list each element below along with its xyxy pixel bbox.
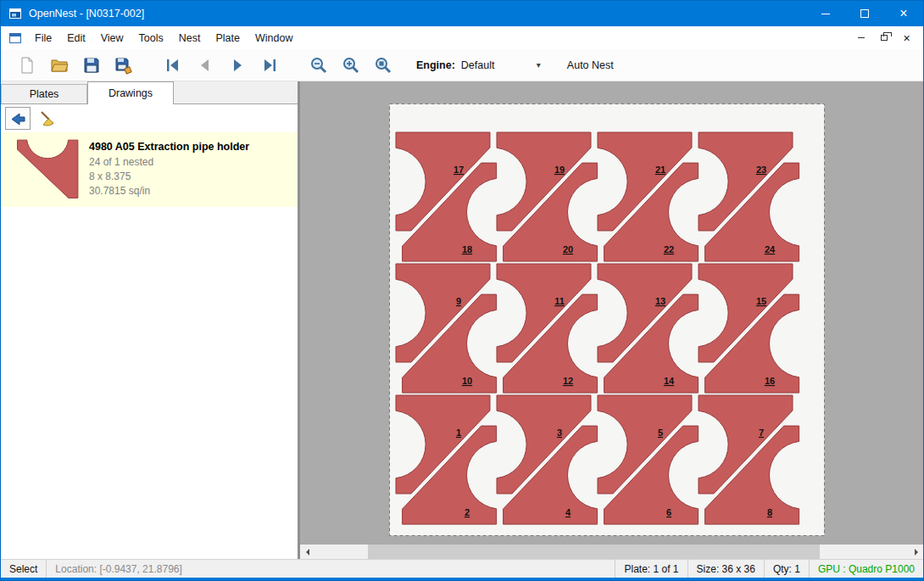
part-number-label: 7 [759, 427, 764, 438]
engine-label: Engine: [416, 59, 455, 71]
clean-button[interactable] [35, 107, 60, 130]
save-icon [82, 56, 101, 75]
status-location: Location: [-0.9437, 21.8796] [47, 560, 190, 578]
open-file-icon [50, 56, 69, 75]
auto-nest-button[interactable]: Auto Nest [560, 55, 621, 75]
scroll-thumb[interactable] [368, 545, 820, 559]
panel-tabs: Plates Drawings [1, 81, 298, 104]
part-number-label: 3 [557, 427, 562, 438]
menu-tools[interactable]: Tools [131, 28, 171, 48]
menu-file[interactable]: File [27, 28, 59, 48]
app-icon [8, 7, 22, 20]
close-button[interactable]: × [884, 1, 923, 26]
previous-plate-icon [196, 56, 214, 75]
zoom-in-icon [342, 56, 360, 75]
caption-buttons: × [806, 1, 923, 26]
drawing-title: 4980 A05 Extraction pipe holder [89, 141, 249, 153]
chevron-down-icon: ▾ [537, 60, 541, 70]
drawings-toolbar [1, 104, 298, 132]
part-number-label: 11 [554, 296, 565, 306]
part-number-label: 19 [554, 165, 565, 175]
status-gpu: GPU : Quadro P1000 [810, 560, 923, 578]
blue-arrow-left-icon [9, 110, 26, 127]
mdi-restore-button[interactable] [874, 30, 893, 46]
titlebar: OpenNest - [N0317-002] × [1, 1, 923, 26]
menu-nest[interactable]: Nest [171, 28, 209, 48]
send-to-plates-button[interactable] [5, 107, 31, 130]
scroll-track[interactable] [314, 545, 909, 559]
side-panel: Plates Drawings [1, 81, 298, 559]
maximize-icon [860, 9, 869, 18]
status-size: Size: 36 x 36 [688, 560, 764, 578]
last-plate-button[interactable] [255, 53, 284, 78]
status-qty: Qty: 1 [765, 560, 809, 578]
status-right-group: Plate: 1 of 1 Size: 36 x 36 Qty: 1 GPU :… [615, 560, 923, 578]
drawing-thumbnail [8, 139, 89, 200]
minimize-button[interactable] [806, 1, 845, 26]
part-number-label: 10 [462, 376, 472, 386]
part-number-label: 16 [765, 376, 775, 386]
zoom-in-button[interactable] [337, 53, 365, 78]
part-number-label: 18 [462, 244, 472, 254]
part-number-label: 12 [563, 376, 573, 386]
part-number-label: 17 [454, 165, 464, 175]
last-plate-icon [260, 56, 279, 75]
mdi-close-button[interactable]: × [897, 30, 916, 46]
part-thumbnail-icon [14, 139, 82, 200]
menu-view[interactable]: View [93, 28, 131, 48]
next-plate-button[interactable] [223, 53, 252, 78]
part-number-label: 15 [756, 296, 766, 306]
main-toolbar: Engine: Default ▾ Auto Nest [1, 49, 923, 81]
mdi-close-icon: × [903, 32, 910, 44]
part-number-label: 23 [756, 165, 766, 175]
part-number-label: 9 [456, 296, 461, 306]
part-number-label: 13 [655, 296, 665, 306]
broom-icon [39, 110, 56, 127]
part-number-label: 14 [664, 376, 675, 386]
app-window: OpenNest - [N0317-002] × File Edit View … [0, 0, 924, 581]
save-button[interactable] [77, 53, 106, 78]
part-number-label: 21 [655, 165, 665, 175]
menu-edit[interactable]: Edit [59, 28, 93, 48]
mdi-minimize-button[interactable] [851, 30, 871, 46]
horizontal-scrollbar[interactable] [300, 545, 923, 559]
scroll-left-button[interactable] [300, 545, 314, 559]
zoom-fit-icon [374, 56, 392, 75]
part-number-label: 24 [765, 244, 776, 254]
scroll-right-icon [915, 549, 921, 556]
tab-plates[interactable]: Plates [1, 84, 87, 103]
previous-plate-button[interactable] [191, 53, 220, 78]
menubar: File Edit View Tools Nest Plate Window × [1, 26, 923, 49]
zoom-out-icon [309, 56, 328, 75]
status-mode: Select [1, 560, 46, 578]
engine-select[interactable]: Default ▾ [455, 56, 547, 75]
statusbar: Select Location: [-0.9437, 21.8796] Plat… [1, 559, 923, 578]
zoom-fit-button[interactable] [369, 53, 398, 78]
window-bottom-border [1, 578, 923, 580]
part-number-label: 22 [664, 244, 674, 254]
part-number-label: 5 [658, 427, 663, 438]
open-file-button[interactable] [45, 53, 74, 78]
maximize-button[interactable] [845, 1, 884, 26]
engine-selected-value: Default [461, 59, 495, 71]
part-number-label: 6 [666, 507, 671, 517]
drawing-list-item[interactable]: 4980 A05 Extraction pipe holder 24 of 1 … [1, 132, 298, 207]
save-edit-button[interactable] [109, 53, 138, 78]
menu-plate[interactable]: Plate [208, 28, 248, 48]
drawing-nested-count: 24 of 1 nested [89, 155, 249, 170]
tab-drawings[interactable]: Drawings [87, 81, 174, 104]
first-plate-button[interactable] [159, 53, 187, 78]
scroll-left-icon [303, 549, 309, 556]
drawing-area: 30.7815 sq/in [89, 184, 249, 198]
scroll-right-button[interactable] [909, 545, 923, 559]
new-document-button[interactable] [13, 53, 42, 78]
document-icon [8, 31, 22, 45]
zoom-out-button[interactable] [304, 53, 333, 78]
mdi-minimize-icon [858, 37, 865, 38]
nest-canvas[interactable]: 171819202122232491011121314151612345678 [300, 81, 923, 559]
drawing-info: 4980 A05 Extraction pipe holder 24 of 1 … [89, 141, 249, 198]
save-edit-icon [114, 56, 133, 75]
mdi-window-controls: × [851, 30, 923, 46]
menu-window[interactable]: Window [248, 28, 300, 48]
window-title: OpenNest - [N0317-002] [29, 8, 144, 20]
